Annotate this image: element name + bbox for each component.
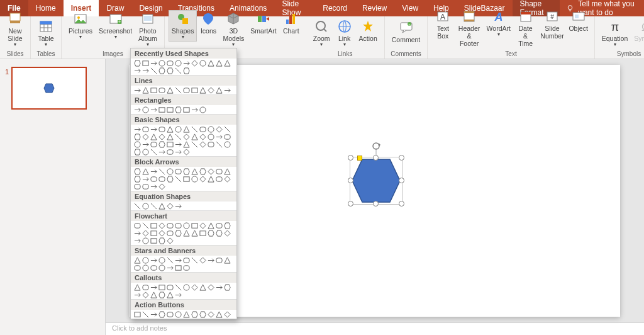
shape-option[interactable] bbox=[207, 283, 214, 291]
shape-option[interactable] bbox=[182, 264, 190, 271]
shape-option[interactable] bbox=[166, 291, 174, 298]
shape-option[interactable] bbox=[158, 291, 165, 298]
shape-option[interactable] bbox=[215, 256, 223, 264]
shape-option[interactable] bbox=[133, 283, 141, 291]
shape-option[interactable] bbox=[158, 256, 165, 264]
shape-option[interactable] bbox=[174, 222, 182, 229]
resize-handle[interactable] bbox=[399, 155, 404, 161]
action-button[interactable]: Action bbox=[356, 18, 380, 44]
shape-option[interactable] bbox=[142, 125, 149, 133]
shape-option[interactable] bbox=[223, 133, 231, 140]
shape-option[interactable] bbox=[207, 59, 214, 67]
tab-view[interactable]: View bbox=[394, 0, 426, 16]
shape-option[interactable] bbox=[158, 140, 165, 148]
shape-option[interactable] bbox=[207, 125, 214, 133]
shape-option[interactable] bbox=[150, 222, 157, 229]
adjust-handle[interactable] bbox=[357, 156, 362, 161]
shape-option[interactable] bbox=[223, 222, 231, 229]
shape-option[interactable] bbox=[215, 283, 223, 291]
shape-option[interactable] bbox=[174, 125, 182, 133]
shape-option[interactable] bbox=[199, 168, 206, 175]
shape-option[interactable] bbox=[223, 140, 231, 148]
shape-option[interactable] bbox=[142, 291, 149, 298]
shape-option[interactable] bbox=[215, 59, 223, 67]
shape-option[interactable] bbox=[182, 140, 190, 148]
resize-handle[interactable] bbox=[348, 201, 353, 207]
shape-option[interactable] bbox=[174, 310, 182, 318]
shape-option[interactable] bbox=[158, 264, 165, 271]
resize-handle[interactable] bbox=[373, 201, 379, 207]
shape-option[interactable] bbox=[166, 106, 174, 113]
shape-option[interactable] bbox=[158, 133, 165, 140]
shape-option[interactable] bbox=[142, 148, 149, 156]
shape-option[interactable] bbox=[215, 133, 223, 140]
shape-option[interactable] bbox=[133, 237, 141, 244]
shape-option[interactable] bbox=[191, 229, 198, 237]
shape-option[interactable] bbox=[150, 133, 157, 140]
shape-option[interactable] bbox=[207, 256, 214, 264]
shape-option[interactable] bbox=[150, 59, 157, 67]
new-slide-button[interactable]: New Slide▾ bbox=[4, 10, 26, 49]
shape-option[interactable] bbox=[142, 222, 149, 229]
shape-option[interactable] bbox=[150, 86, 157, 94]
pictures-button[interactable]: Pictures▾ bbox=[65, 10, 96, 42]
shape-option[interactable] bbox=[133, 229, 141, 237]
shape-option[interactable] bbox=[182, 175, 190, 183]
resize-handle[interactable] bbox=[399, 201, 404, 207]
shape-option[interactable] bbox=[133, 133, 141, 140]
shape-option[interactable] bbox=[215, 175, 223, 183]
shape-option[interactable] bbox=[182, 59, 190, 67]
resize-handle[interactable] bbox=[348, 178, 353, 183]
shape-option[interactable] bbox=[158, 229, 165, 237]
shape-option[interactable] bbox=[158, 125, 165, 133]
shape-option[interactable] bbox=[199, 125, 206, 133]
shape-option[interactable] bbox=[166, 86, 174, 94]
shape-option[interactable] bbox=[142, 106, 149, 113]
resize-handle[interactable] bbox=[348, 155, 353, 161]
smartart-button[interactable]: SmartArt bbox=[247, 10, 279, 37]
shape-option[interactable] bbox=[150, 106, 157, 113]
shape-option[interactable] bbox=[191, 140, 198, 148]
shape-option[interactable] bbox=[182, 256, 190, 264]
shape-option[interactable] bbox=[174, 264, 182, 271]
shape-option[interactable] bbox=[174, 59, 182, 67]
shape-option[interactable] bbox=[150, 202, 157, 210]
shape-option[interactable] bbox=[142, 168, 149, 175]
shape-option[interactable] bbox=[166, 256, 174, 264]
shape-option[interactable] bbox=[191, 256, 198, 264]
shape-option[interactable] bbox=[215, 86, 223, 94]
shape-option[interactable] bbox=[150, 148, 157, 156]
shape-option[interactable] bbox=[166, 168, 174, 175]
shape-option[interactable] bbox=[166, 283, 174, 291]
shape-option[interactable] bbox=[207, 140, 214, 148]
shape-option[interactable] bbox=[174, 202, 182, 210]
shape-option[interactable] bbox=[182, 125, 190, 133]
shape-option[interactable] bbox=[223, 229, 231, 237]
shape-option[interactable] bbox=[191, 133, 198, 140]
shape-option[interactable] bbox=[142, 237, 149, 244]
shape-option[interactable] bbox=[174, 106, 182, 113]
shape-option[interactable] bbox=[174, 256, 182, 264]
shape-option[interactable] bbox=[150, 229, 157, 237]
wordart-button[interactable]: AWordArt▾ bbox=[484, 8, 513, 39]
shape-option[interactable] bbox=[150, 175, 157, 183]
shape-option[interactable] bbox=[158, 67, 165, 74]
tab-review[interactable]: Review bbox=[355, 0, 394, 16]
shape-option[interactable] bbox=[199, 310, 206, 318]
datetime-button[interactable]: Date & Time bbox=[513, 8, 538, 49]
shape-option[interactable] bbox=[133, 175, 141, 183]
shape-option[interactable] bbox=[223, 86, 231, 94]
object-button[interactable]: Object bbox=[566, 8, 590, 34]
shape-option[interactable] bbox=[207, 168, 214, 175]
shape-option[interactable] bbox=[133, 67, 141, 74]
photo-album-button[interactable]: Photo Album▾ bbox=[135, 10, 160, 49]
shape-option[interactable] bbox=[191, 125, 198, 133]
shape-option[interactable] bbox=[191, 106, 198, 113]
shape-option[interactable] bbox=[215, 222, 223, 229]
shape-option[interactable] bbox=[158, 148, 165, 156]
shape-option[interactable] bbox=[158, 283, 165, 291]
shape-option[interactable] bbox=[223, 283, 231, 291]
shape-option[interactable] bbox=[150, 168, 157, 175]
shape-option[interactable] bbox=[199, 283, 206, 291]
shape-option[interactable] bbox=[158, 59, 165, 67]
